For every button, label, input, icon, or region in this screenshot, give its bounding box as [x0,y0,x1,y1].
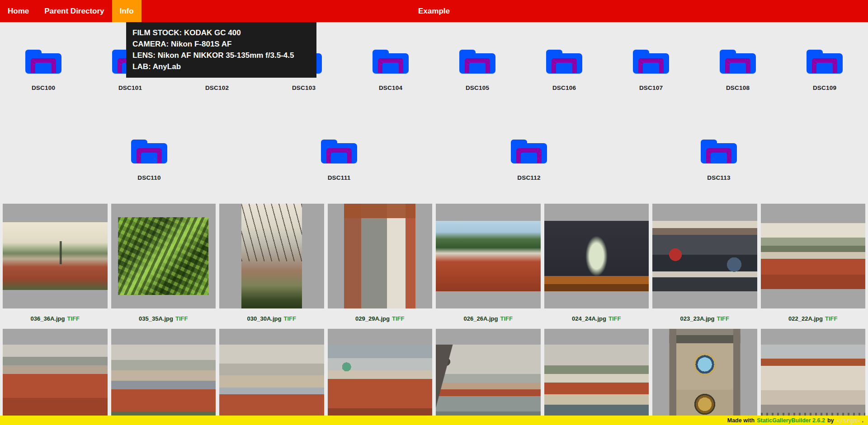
thumbnail-030-30a[interactable] [219,204,324,308]
gallery-item: 022_22A.jpg TIFF [761,204,866,329]
thumbnail-row2-2[interactable] [111,329,216,425]
thumbnail-row2-4[interactable] [328,329,433,425]
photo-thumbnail [761,223,866,289]
format-badge: TIFF [500,315,512,322]
photo-thumbnail [344,204,415,308]
gallery-item [761,329,866,425]
gallery-item: 024_24A.jpg TIFF [544,204,649,329]
filename-label: 029_29A.jpg [355,315,390,322]
thumbnail-023-23a[interactable] [652,204,757,308]
photo-thumbnail [652,221,757,291]
folder-icon [373,48,409,74]
filename-label: 030_30A.jpg [247,315,282,322]
folder-label: DSC113 [707,174,730,181]
photo-thumbnail [436,345,541,425]
folder-dsc113[interactable]: DSC113 [624,138,814,181]
tooltip-lab: LAB: AnyLab [132,61,310,72]
folder-dsc110[interactable]: DSC110 [54,138,244,181]
thumbnail-caption: 035_35A.jpg TIFF [111,308,216,329]
filename-label: 023_23A.jpg [680,315,715,322]
nav-item-home[interactable]: Home [0,0,37,22]
thumbnail-row2-8[interactable] [761,329,866,425]
thumbnail-035-35a[interactable] [111,204,216,308]
thumbnail-row2-6[interactable] [544,329,649,425]
folder-dsc104[interactable]: DSC104 [347,48,434,91]
photo-thumbnail [669,329,740,425]
photo-thumbnail [241,204,302,308]
folder-label: DSC109 [813,84,836,91]
folder-label: DSC110 [137,174,160,181]
folder-icon [25,48,61,74]
thumbnail-row2-5[interactable] [436,329,541,425]
photo-thumbnail [544,345,649,425]
format-badge: TIFF [392,315,404,322]
gallery-item [436,329,541,425]
folder-label: DSC105 [466,84,489,91]
page-title: Example [418,0,450,22]
folder-dsc105[interactable]: DSC105 [434,48,521,91]
format-badge: TIFF [609,315,621,322]
folder-dsc108[interactable]: DSC108 [694,48,781,91]
thumbnail-row2-1[interactable] [3,329,108,425]
thumbnail-026-26a[interactable] [436,204,541,308]
footer-suffix: . [862,417,863,424]
srgn-logo[interactable]: </srgn> [836,417,860,424]
folder-icon [720,48,756,74]
thumbnail-grid: 036_36A.jpg TIFF 035_35A.jpg TIFF 030_30… [0,204,868,425]
filename-label: 022_22A.jpg [788,315,823,322]
nav-item-info[interactable]: Info [112,0,142,22]
gallery-item [111,329,216,425]
folder-dsc100[interactable]: DSC100 [0,48,87,91]
footer-made-with-label: Made with [727,417,755,424]
nav-item-parent-directory[interactable]: Parent Directory [37,0,112,22]
folder-icon [633,48,669,74]
thumbnail-caption: 024_24A.jpg TIFF [544,308,649,329]
format-badge: TIFF [175,315,188,322]
gallery-item: 026_26A.jpg TIFF [436,204,541,329]
folder-label: DSC108 [726,84,750,91]
info-tooltip: FILM STOCK: KODAK GC 400 CAMERA: Nikon F… [126,22,316,78]
folder-dsc112[interactable]: DSC112 [434,138,624,181]
folder-dsc109[interactable]: DSC109 [781,48,868,91]
thumbnail-022-22a[interactable] [761,204,866,308]
folder-label: DSC101 [118,84,142,91]
format-badge: TIFF [67,315,79,322]
filename-label: 036_36A.jpg [31,315,65,322]
gallery-item [328,329,433,425]
thumbnail-caption: 026_26A.jpg TIFF [436,308,541,329]
format-badge: TIFF [825,315,837,322]
footer-builder-link[interactable]: StaticGalleryBuilder 2.6.2 [757,417,825,424]
photo-thumbnail [111,345,216,425]
filename-label: 026_26A.jpg [464,315,498,322]
gallery-item: 036_36A.jpg TIFF [3,204,108,329]
gallery-item [544,329,649,425]
thumbnail-029-29a[interactable] [328,204,433,308]
filename-label: 035_35A.jpg [139,315,173,322]
thumbnail-036-36a[interactable] [3,204,108,308]
folder-icon [701,138,737,163]
folder-icon [321,138,357,163]
folder-label: DSC103 [292,84,316,91]
gallery-item: 023_23A.jpg TIFF [652,204,757,329]
folder-dsc111[interactable]: DSC111 [244,138,434,181]
folder-label: DSC111 [328,174,351,181]
folder-icon [511,138,547,163]
folder-row-2: DSC110 DSC111 DSC112 DSC113 [0,138,868,181]
folder-dsc106[interactable]: DSC106 [521,48,608,91]
thumbnail-row2-7[interactable] [652,329,757,425]
nav-bar: Home Parent Directory Info Example [0,0,868,22]
thumbnail-024-24a[interactable] [544,204,649,308]
photo-thumbnail [118,217,208,295]
photo-thumbnail [761,345,866,425]
gallery-item: 030_30A.jpg TIFF [219,204,324,329]
thumbnail-row2-3[interactable] [219,329,324,425]
filename-label: 024_24A.jpg [572,315,606,322]
format-badge: TIFF [283,315,296,322]
format-badge: TIFF [717,315,729,322]
thumbnail-caption: 029_29A.jpg TIFF [328,308,433,329]
folder-dsc107[interactable]: DSC107 [608,48,694,91]
folder-label: DSC107 [639,84,663,91]
folder-icon [131,138,167,163]
photo-thumbnail [3,222,108,290]
thumbnail-caption: 022_22A.jpg TIFF [761,308,866,329]
